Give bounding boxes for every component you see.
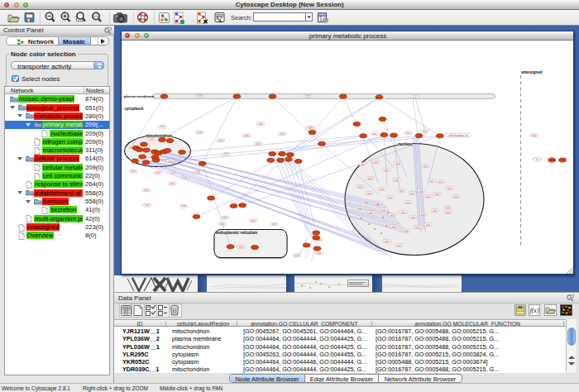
- svg-text:tx-m: tx-m: [391, 224, 395, 227]
- svg-text:tx-m: tx-m: [409, 191, 414, 194]
- svg-text:tx-m: tx-m: [367, 176, 371, 179]
- svg-text:tx-m: tx-m: [399, 189, 403, 192]
- svg-text:tx-m: tx-m: [244, 133, 248, 136]
- svg-text:tx-m: tx-m: [131, 170, 135, 173]
- svg-text:tx-m: tx-m: [412, 95, 416, 98]
- svg-text:tx-m: tx-m: [238, 245, 242, 248]
- svg-text:tx-m: tx-m: [145, 203, 149, 207]
- svg-text:tx-m: tx-m: [453, 194, 457, 198]
- svg-text:tx-m: tx-m: [195, 170, 199, 173]
- svg-text:tx-m: tx-m: [419, 189, 423, 192]
- svg-text:tx-m: tx-m: [445, 205, 449, 208]
- svg-text:tx-m: tx-m: [258, 122, 262, 125]
- svg-text:tx-m: tx-m: [531, 133, 535, 136]
- svg-text:tx-m: tx-m: [357, 206, 361, 209]
- svg-text:f(x): f(x): [529, 307, 538, 314]
- svg-text:tx-m: tx-m: [305, 94, 309, 98]
- svg-text:tx-m: tx-m: [410, 215, 414, 218]
- svg-text:tx-m: tx-m: [445, 210, 449, 213]
- svg-text:tx-m: tx-m: [357, 184, 361, 188]
- svg-text:mitochondrion-rel: mitochondrion-rel: [448, 133, 468, 136]
- svg-text:tx-m: tx-m: [155, 171, 159, 174]
- svg-text:endoplasmic reticulum: endoplasmic reticulum: [216, 230, 257, 234]
- svg-text:tx-m: tx-m: [447, 186, 451, 189]
- svg-text:tx-m: tx-m: [405, 200, 409, 203]
- svg-text:tx-m: tx-m: [144, 188, 148, 191]
- svg-text:tx-m: tx-m: [373, 160, 377, 163]
- svg-text:tx-m: tx-m: [404, 228, 408, 232]
- svg-text:tx-m: tx-m: [181, 204, 185, 208]
- svg-text:tx-m: tx-m: [366, 191, 371, 194]
- svg-text:tx-m: tx-m: [223, 152, 227, 155]
- svg-text:tx-m: tx-m: [390, 213, 394, 216]
- svg-text:tx-m: tx-m: [308, 127, 312, 130]
- svg-text:tx-m: tx-m: [316, 251, 320, 254]
- svg-text:tx-m: tx-m: [271, 222, 275, 225]
- svg-text:tx-m: tx-m: [422, 129, 426, 132]
- svg-text:tx-m: tx-m: [368, 210, 372, 213]
- svg-text:tx-m: tx-m: [405, 131, 409, 134]
- svg-text:tx-m: tx-m: [160, 125, 164, 128]
- svg-text:tx-m: tx-m: [384, 168, 388, 171]
- svg-text:tx-m: tx-m: [371, 131, 376, 135]
- svg-text:tx-m: tx-m: [379, 187, 383, 190]
- svg-text:tx-m: tx-m: [438, 179, 442, 183]
- svg-text:tx-m: tx-m: [168, 159, 172, 162]
- svg-text:tx-m: tx-m: [423, 164, 427, 167]
- svg-text:tx-m: tx-m: [223, 216, 227, 219]
- svg-text:tx-m: tx-m: [420, 212, 424, 215]
- svg-text:1:1: 1:1: [93, 14, 99, 18]
- svg-text:tx-m: tx-m: [220, 222, 224, 225]
- svg-text:tx-m: tx-m: [394, 178, 398, 181]
- svg-text:tx-m: tx-m: [396, 243, 400, 246]
- svg-text:tx-m: tx-m: [384, 239, 388, 242]
- svg-text:tx-m: tx-m: [197, 131, 201, 134]
- svg-text:tx-m: tx-m: [425, 194, 429, 198]
- svg-text:tx-m: tx-m: [380, 208, 385, 211]
- svg-text:tx-m: tx-m: [360, 162, 364, 165]
- svg-text:tx-m: tx-m: [183, 174, 187, 178]
- svg-text:tx-m: tx-m: [256, 141, 260, 145]
- svg-text:tx-m: tx-m: [218, 138, 223, 141]
- svg-text:mitochondrion: mitochondrion: [146, 133, 172, 137]
- svg-text:tx-m: tx-m: [414, 225, 419, 228]
- svg-text:tx-m: tx-m: [251, 218, 255, 222]
- svg-text:tx-m: tx-m: [400, 210, 404, 213]
- svg-text:tx-m: tx-m: [395, 161, 400, 165]
- svg-text:plasma membrane: plasma membrane: [123, 94, 154, 98]
- svg-text:tx-m: tx-m: [149, 137, 153, 141]
- svg-text:tx-m: tx-m: [428, 179, 433, 182]
- svg-text:tx-m: tx-m: [170, 182, 174, 185]
- svg-text:tx-m: tx-m: [432, 208, 436, 212]
- svg-text:nucleus: nucleus: [398, 142, 413, 146]
- svg-text:cytoplasm: cytoplasm: [124, 107, 143, 111]
- svg-text:tx-m: tx-m: [434, 192, 438, 195]
- svg-text:Search:: Search:: [231, 14, 252, 22]
- svg-text:tx-m: tx-m: [425, 222, 429, 226]
- svg-text:tx-m: tx-m: [375, 201, 379, 204]
- svg-text:unassigned: unassigned: [521, 70, 543, 74]
- svg-text:tx-m: tx-m: [294, 253, 299, 256]
- svg-text:tx-m: tx-m: [387, 195, 391, 198]
- svg-text:tx-m: tx-m: [280, 132, 284, 136]
- svg-text:tx-m: tx-m: [171, 170, 175, 173]
- svg-text:tx-m: tx-m: [197, 94, 201, 98]
